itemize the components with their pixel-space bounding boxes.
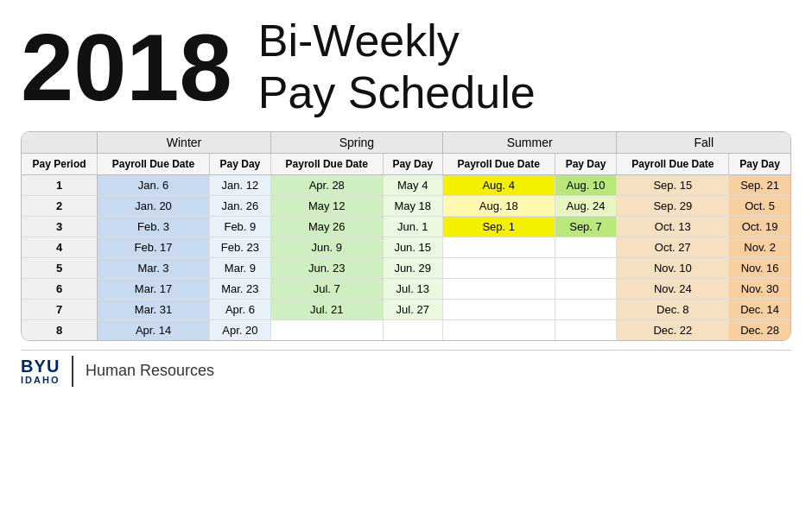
cell-period: 7 xyxy=(22,299,98,319)
cell-winter-due: Mar. 31 xyxy=(98,299,210,319)
season-spring: Spring xyxy=(270,132,442,154)
cell-summer-pay: Aug. 10 xyxy=(555,174,617,195)
cell-spring-pay: Jun. 15 xyxy=(383,237,442,257)
page-header: 2018 Bi-Weekly Pay Schedule xyxy=(21,16,791,119)
cell-spring-due: Jun. 9 xyxy=(270,237,383,257)
schedule-title: Bi-Weekly Pay Schedule xyxy=(258,16,536,119)
table-row: 1 Jan. 6 Jan. 12 Apr. 28 May 4 Aug. 4 Au… xyxy=(22,174,790,195)
cell-spring-pay: Jul. 13 xyxy=(383,278,442,299)
cell-winter-pay: Feb. 9 xyxy=(209,216,270,237)
cell-summer-due xyxy=(442,299,555,319)
cell-fall-due: Dec. 22 xyxy=(617,319,729,340)
table-row: 2 Jan. 20 Jan. 26 May 12 May 18 Aug. 18 … xyxy=(22,195,790,216)
cell-summer-due: Aug. 18 xyxy=(442,195,555,216)
schedule-table: Winter Spring Summer Fall Pay Period Pay… xyxy=(22,132,790,340)
cell-winter-due: Mar. 3 xyxy=(98,257,210,278)
cell-period: 6 xyxy=(22,278,98,299)
table-row: 5 Mar. 3 Mar. 9 Jun. 23 Jun. 29 Nov. 10 … xyxy=(22,257,790,278)
cell-spring-pay: Jun. 29 xyxy=(383,257,442,278)
cell-fall-pay: Oct. 19 xyxy=(729,216,790,237)
col-header-row: Pay Period Payroll Due Date Pay Day Payr… xyxy=(22,153,790,174)
cell-winter-due: Feb. 17 xyxy=(98,237,210,257)
cell-summer-due xyxy=(442,257,555,278)
season-summer: Summer xyxy=(442,132,617,154)
table-row: 8 Apr. 14 Apr. 20 Dec. 22 Dec. 28 xyxy=(22,319,790,340)
cell-spring-pay: May 4 xyxy=(383,174,442,195)
col-winter-due: Payroll Due Date xyxy=(98,153,210,174)
empty-corner xyxy=(22,132,98,154)
cell-spring-pay xyxy=(383,319,442,340)
col-summer-due: Payroll Due Date xyxy=(442,153,555,174)
cell-fall-pay: Oct. 5 xyxy=(729,195,790,216)
cell-period: 4 xyxy=(22,237,98,257)
cell-winter-pay: Mar. 9 xyxy=(209,257,270,278)
cell-spring-due: Jul. 7 xyxy=(270,278,383,299)
cell-fall-due: Oct. 13 xyxy=(617,216,729,237)
cell-spring-due: May 26 xyxy=(270,216,383,237)
cell-winter-due: Jan. 20 xyxy=(98,195,210,216)
byu-logo: BYU IDAHO xyxy=(21,357,60,385)
col-winter-pay: Pay Day xyxy=(209,153,270,174)
cell-fall-pay: Sep. 21 xyxy=(729,174,790,195)
table-row: 6 Mar. 17 Mar. 23 Jul. 7 Jul. 13 Nov. 24… xyxy=(22,278,790,299)
cell-spring-pay: Jun. 1 xyxy=(383,216,442,237)
cell-summer-due: Aug. 4 xyxy=(442,174,555,195)
cell-fall-due: Sep. 15 xyxy=(617,174,729,195)
cell-summer-pay xyxy=(555,237,617,257)
cell-winter-pay: Apr. 6 xyxy=(209,299,270,319)
cell-fall-due: Nov. 10 xyxy=(617,257,729,278)
cell-spring-due: May 12 xyxy=(270,195,383,216)
cell-summer-pay xyxy=(555,299,617,319)
cell-winter-due: Feb. 3 xyxy=(98,216,210,237)
cell-winter-due: Jan. 6 xyxy=(98,174,210,195)
byu-text: BYU xyxy=(21,357,60,375)
col-summer-pay: Pay Day xyxy=(555,153,617,174)
cell-spring-pay: May 18 xyxy=(383,195,442,216)
cell-period: 2 xyxy=(22,195,98,216)
cell-summer-pay xyxy=(555,257,617,278)
cell-summer-due xyxy=(442,237,555,257)
cell-fall-pay: Dec. 28 xyxy=(729,319,790,340)
col-pay-period: Pay Period xyxy=(22,153,98,174)
cell-fall-pay: Nov. 2 xyxy=(729,237,790,257)
cell-winter-due: Mar. 17 xyxy=(98,278,210,299)
col-fall-due: Payroll Due Date xyxy=(617,153,729,174)
schedule-table-wrap: Winter Spring Summer Fall Pay Period Pay… xyxy=(21,131,791,341)
cell-summer-due: Sep. 1 xyxy=(442,216,555,237)
col-fall-pay: Pay Day xyxy=(729,153,790,174)
table-row: 4 Feb. 17 Feb. 23 Jun. 9 Jun. 15 Oct. 27… xyxy=(22,237,790,257)
cell-spring-due: Jun. 23 xyxy=(270,257,383,278)
cell-period: 3 xyxy=(22,216,98,237)
cell-spring-due: Apr. 28 xyxy=(270,174,383,195)
cell-summer-due xyxy=(442,319,555,340)
cell-period: 8 xyxy=(22,319,98,340)
footer-divider xyxy=(72,356,73,387)
cell-spring-due xyxy=(270,319,383,340)
cell-summer-pay: Aug. 24 xyxy=(555,195,617,216)
col-spring-due: Payroll Due Date xyxy=(270,153,383,174)
cell-winter-pay: Jan. 26 xyxy=(209,195,270,216)
cell-spring-due: Jul. 21 xyxy=(270,299,383,319)
cell-winter-pay: Feb. 23 xyxy=(209,237,270,257)
cell-winter-due: Apr. 14 xyxy=(98,319,210,340)
cell-winter-pay: Jan. 12 xyxy=(209,174,270,195)
cell-winter-pay: Apr. 20 xyxy=(209,319,270,340)
table-row: 7 Mar. 31 Apr. 6 Jul. 21 Jul. 27 Dec. 8 … xyxy=(22,299,790,319)
cell-period: 5 xyxy=(22,257,98,278)
cell-summer-pay xyxy=(555,319,617,340)
cell-fall-due: Oct. 27 xyxy=(617,237,729,257)
season-winter: Winter xyxy=(98,132,271,154)
cell-summer-pay xyxy=(555,278,617,299)
cell-winter-pay: Mar. 23 xyxy=(209,278,270,299)
cell-fall-pay: Dec. 14 xyxy=(729,299,790,319)
season-header-row: Winter Spring Summer Fall xyxy=(22,132,790,154)
cell-summer-due xyxy=(442,278,555,299)
table-row: 3 Feb. 3 Feb. 9 May 26 Jun. 1 Sep. 1 Sep… xyxy=(22,216,790,237)
page-footer: BYU IDAHO Human Resources xyxy=(21,350,791,387)
cell-summer-pay: Sep. 7 xyxy=(555,216,617,237)
cell-fall-due: Sep. 29 xyxy=(617,195,729,216)
cell-fall-due: Dec. 8 xyxy=(617,299,729,319)
idaho-text: IDAHO xyxy=(21,375,60,385)
cell-period: 1 xyxy=(22,174,98,195)
year: 2018 xyxy=(21,20,232,115)
